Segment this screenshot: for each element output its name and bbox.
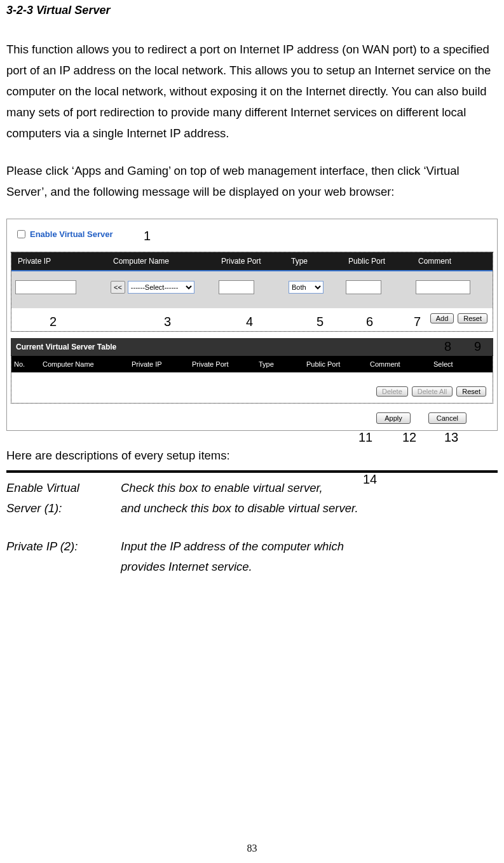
th-pp: Private Port xyxy=(192,360,259,368)
current-table-title: Current Virtual Server Table xyxy=(11,338,493,356)
th-cn: Computer Name xyxy=(43,360,132,368)
comment-input[interactable] xyxy=(416,280,470,294)
descriptions-intro: Here are descriptions of every setup ite… xyxy=(6,449,498,463)
desc-row-enable: Enable Virtual Server (1): Check this bo… xyxy=(6,478,498,519)
page-number: 83 xyxy=(0,843,504,854)
th-ty: Type xyxy=(259,360,306,368)
computer-name-select[interactable]: ------Select------ xyxy=(128,281,194,294)
annotation-5: 5 xyxy=(317,315,324,329)
current-table-panel: No. Computer Name Private IP Private Por… xyxy=(11,356,493,404)
th-no: No. xyxy=(14,360,43,368)
th-pip: Private IP xyxy=(132,360,192,368)
private-ip-input[interactable] xyxy=(15,280,76,294)
header-private-ip: Private IP xyxy=(15,257,113,266)
public-port-input[interactable] xyxy=(346,280,381,294)
private-port-input[interactable] xyxy=(219,280,254,294)
annotation-6: 6 xyxy=(366,315,373,329)
desc-text-enable: Check this box to enable virtual server,… xyxy=(121,478,358,519)
annotation-14: 14 xyxy=(363,472,377,487)
paragraph-1: This function allows you to redirect a p… xyxy=(6,39,498,144)
delete-button[interactable]: Delete xyxy=(376,386,408,397)
header-private-port: Private Port xyxy=(221,257,291,266)
cancel-button[interactable]: Cancel xyxy=(428,412,467,424)
header-public-port: Public Port xyxy=(348,257,418,266)
type-select[interactable]: Both xyxy=(289,281,324,294)
th-com: Comment xyxy=(370,360,433,368)
annotation-3: 3 xyxy=(164,315,171,329)
copy-arrow-button[interactable]: << xyxy=(111,281,125,294)
section-heading: 3-2-3 Virtual Server xyxy=(6,4,498,17)
delete-all-button[interactable]: Delete All xyxy=(412,386,453,397)
header-computer-name: Computer Name xyxy=(113,257,221,266)
paragraph-2: Please click ‘Apps and Gaming’ on top of… xyxy=(6,160,498,202)
form-input-row: << ------Select------ Both xyxy=(11,271,493,308)
enable-virtual-server-label: Enable Virtual Server xyxy=(30,229,113,239)
add-button[interactable]: Add xyxy=(430,313,454,323)
desc-row-private-ip: Private IP (2): Input the IP address of … xyxy=(6,536,498,577)
annotation-4: 4 xyxy=(246,315,253,329)
router-ui-screenshot: Enable Virtual Server Private IP Compute… xyxy=(6,219,498,431)
table-column-header: No. Computer Name Private IP Private Por… xyxy=(11,356,493,372)
annotation-12: 12 xyxy=(402,430,416,445)
th-sel: Select xyxy=(433,360,490,368)
desc-text-private-ip: Input the IP address of the computer whi… xyxy=(121,536,344,577)
header-comment: Comment xyxy=(418,257,489,266)
th-pub: Public Port xyxy=(306,360,370,368)
desc-label-private-ip: Private IP (2): xyxy=(6,536,121,577)
enable-virtual-server-checkbox[interactable] xyxy=(17,230,25,238)
annotation-1: 1 xyxy=(144,229,151,243)
desc-label-enable: Enable Virtual Server (1): xyxy=(6,478,121,519)
annotation-9: 9 xyxy=(474,339,481,354)
apply-button[interactable]: Apply xyxy=(376,412,411,424)
annotation-2: 2 xyxy=(50,315,57,329)
annotation-8: 8 xyxy=(444,339,451,354)
reset-button[interactable]: Reset xyxy=(458,313,487,323)
annotation-13: 13 xyxy=(444,430,458,445)
annotation-11: 11 xyxy=(358,430,372,445)
header-type: Type xyxy=(291,257,348,266)
annotation-7: 7 xyxy=(414,315,421,329)
table-reset-button[interactable]: Reset xyxy=(456,386,486,397)
form-column-header: Private IP Computer Name Private Port Ty… xyxy=(11,252,493,271)
descriptions-divider xyxy=(6,470,498,473)
annotation-10: 10 xyxy=(163,360,177,375)
